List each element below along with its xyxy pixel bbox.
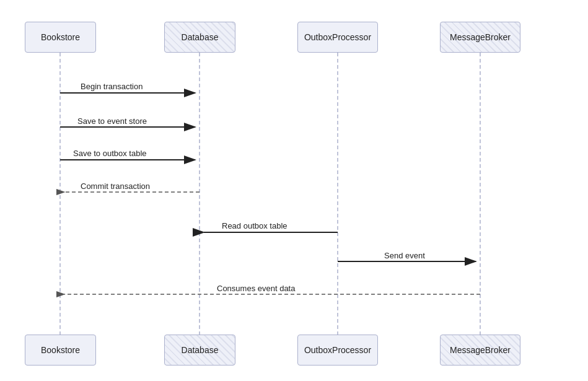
- actor-messagebroker-top-label: MessageBroker: [450, 32, 511, 42]
- actor-outboxprocessor-bottom: OutboxProcessor: [297, 335, 378, 366]
- actor-database-bottom-label: Database: [182, 345, 219, 355]
- msg-read-outbox-table: Read outbox table: [222, 221, 287, 230]
- actor-outboxprocessor-top: OutboxProcessor: [297, 22, 378, 53]
- actor-bookstore-top: Bookstore: [25, 22, 96, 53]
- actor-bookstore-top-label: Bookstore: [41, 32, 80, 42]
- actor-messagebroker-top: MessageBroker: [440, 22, 520, 53]
- actor-outboxprocessor-top-label: OutboxProcessor: [304, 32, 371, 42]
- actor-messagebroker-bottom-label: MessageBroker: [450, 345, 511, 355]
- msg-save-event-store: Save to event store: [77, 116, 147, 126]
- msg-commit-transaction: Commit transaction: [81, 182, 150, 191]
- actor-outboxprocessor-bottom-label: OutboxProcessor: [304, 345, 371, 355]
- actor-bookstore-bottom-label: Bookstore: [41, 345, 80, 355]
- actor-bookstore-bottom: Bookstore: [25, 335, 96, 366]
- msg-save-outbox-table: Save to outbox table: [73, 149, 147, 158]
- actor-database-top: Database: [164, 22, 235, 53]
- msg-send-event: Send event: [384, 251, 425, 260]
- actor-messagebroker-bottom: MessageBroker: [440, 335, 520, 366]
- msg-begin-transaction: Begin transaction: [81, 82, 143, 91]
- actor-database-bottom: Database: [164, 335, 235, 366]
- msg-consumes-event-data: Consumes event data: [217, 284, 295, 293]
- sequence-diagram: Bookstore Database OutboxProcessor Messa…: [0, 0, 588, 381]
- actor-database-top-label: Database: [182, 32, 219, 42]
